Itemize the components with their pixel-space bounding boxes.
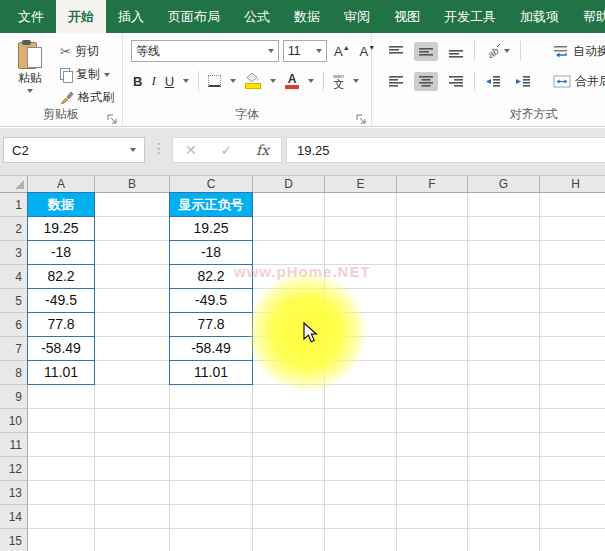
row-header-11[interactable]: 11 [0,433,28,457]
grid-cell-H3[interactable] [540,241,605,265]
grid-cell-D15[interactable] [253,529,325,551]
grid-cell-E10[interactable] [325,409,397,433]
cancel-icon[interactable]: ✕ [185,142,197,158]
cell-A5[interactable]: -49.5 [28,289,94,313]
wrap-text-button[interactable]: 自动换行 [553,43,605,60]
row-header-14[interactable]: 14 [0,505,28,529]
grid-cell-B13[interactable] [95,481,170,505]
decrease-indent-button[interactable] [481,72,505,91]
grid-cell-E3[interactable] [325,241,397,265]
grid-cell-E14[interactable] [325,505,397,529]
grid-cell-G8[interactable] [468,361,540,385]
cell-A3[interactable]: -18 [28,241,94,265]
copy-dropdown-icon[interactable] [104,73,110,77]
grid-cell-E9[interactable] [325,385,397,409]
grid-cell-H9[interactable] [540,385,605,409]
grid-cell-H5[interactable] [540,289,605,313]
row-header-12[interactable]: 12 [0,457,28,481]
underline-dropdown-icon[interactable] [183,79,189,83]
grid-cell-C14[interactable] [170,505,253,529]
column-header-E[interactable]: E [325,176,397,193]
grid-cell-C11[interactable] [170,433,253,457]
font-size-dropdown-icon[interactable] [316,49,322,53]
grid-cell-G14[interactable] [468,505,540,529]
fill-color-dropdown-icon[interactable] [270,79,276,83]
ribbon-tab[interactable]: 数据 [282,0,332,33]
grid-cell-D1[interactable] [253,193,325,217]
grid-cell-F12[interactable] [397,457,468,481]
grid-cell-B2[interactable] [95,217,170,241]
row-header-8[interactable]: 8 [0,361,28,385]
grid-cell-H15[interactable] [540,529,605,551]
grid-cell-F6[interactable] [397,313,468,337]
italic-button[interactable]: I [151,73,155,89]
merge-center-button[interactable]: 合并后居中 [553,73,605,90]
grid-cell-H8[interactable] [540,361,605,385]
grid-cell-B1[interactable] [95,193,170,217]
grid-cell-H2[interactable] [540,217,605,241]
enter-icon[interactable]: ✓ [220,142,232,158]
borders-icon[interactable] [208,75,221,87]
grid-cell-B9[interactable] [95,385,170,409]
grid-cell-B5[interactable] [95,289,170,313]
phonetic-dropdown-icon[interactable] [353,79,359,83]
grid-cell-H1[interactable] [540,193,605,217]
row-header-1[interactable]: 1 [0,193,28,217]
underline-button[interactable]: U [165,74,174,89]
row-header-15[interactable]: 15 [0,529,28,551]
ribbon-tab[interactable]: 开发工具 [432,0,508,33]
grid-cell-B12[interactable] [95,457,170,481]
grid-cell-C10[interactable] [170,409,253,433]
formula-input[interactable]: 19.25 [286,137,605,163]
grid-cell-E2[interactable] [325,217,397,241]
font-size-combo[interactable]: 11 [283,40,327,62]
grid-cell-D13[interactable] [253,481,325,505]
ribbon-tab[interactable]: 审阅 [332,0,382,33]
grid-cell-B7[interactable] [95,337,170,361]
grid-cell-H14[interactable] [540,505,605,529]
ribbon-tab[interactable]: 开始 [56,0,106,33]
select-all-corner[interactable] [0,176,28,193]
grid-cell-F1[interactable] [397,193,468,217]
grid-cell-B10[interactable] [95,409,170,433]
column-header-B[interactable]: B [95,176,170,193]
copy-button[interactable]: 复制 [60,66,110,83]
font-color-button[interactable]: A [285,74,299,89]
grid-cell-H6[interactable] [540,313,605,337]
cell-C1[interactable]: 显示正负号 [170,193,252,217]
cell-C6[interactable]: 77.8 [170,313,252,337]
ribbon-tab[interactable]: 加载项 [508,0,571,33]
align-left-button[interactable] [384,72,408,91]
font-color-dropdown-icon[interactable] [308,79,314,83]
center-button[interactable] [414,72,438,91]
grid-cell-G5[interactable] [468,289,540,313]
grid-cell-D10[interactable] [253,409,325,433]
grid-cell-F15[interactable] [397,529,468,551]
grid-cell-F3[interactable] [397,241,468,265]
column-header-H[interactable]: H [540,176,605,193]
cell-C7[interactable]: -58.49 [170,337,252,361]
cell-C3[interactable]: -18 [170,241,252,265]
grid-cell-G9[interactable] [468,385,540,409]
ribbon-tab[interactable]: 文件 [6,0,56,33]
increase-indent-button[interactable] [511,72,535,91]
grid-cell-C15[interactable] [170,529,253,551]
row-header-7[interactable]: 7 [0,337,28,361]
grid-cell-G2[interactable] [468,217,540,241]
grid-cell-D11[interactable] [253,433,325,457]
grid-cell-A12[interactable] [28,457,95,481]
grid-cell-D14[interactable] [253,505,325,529]
name-box[interactable]: C2 [3,137,145,163]
row-header-2[interactable]: 2 [0,217,28,241]
grid-cell-F11[interactable] [397,433,468,457]
grid-cell-E15[interactable] [325,529,397,551]
phonetic-guide-button[interactable]: wén 文 [333,73,344,90]
middle-align-button[interactable] [414,42,438,61]
grid-cell-G11[interactable] [468,433,540,457]
cell-A7[interactable]: -58.49 [28,337,94,361]
grid-cell-G15[interactable] [468,529,540,551]
increase-font-size-button[interactable]: A▲ [331,43,353,60]
grid-cell-H12[interactable] [540,457,605,481]
align-right-button[interactable] [444,72,468,91]
grid-cell-C9[interactable] [170,385,253,409]
